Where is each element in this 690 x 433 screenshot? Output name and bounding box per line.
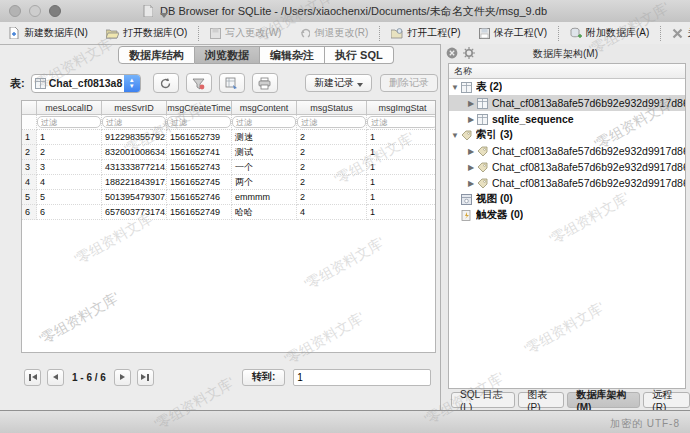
- tree-item-index[interactable]: ▶ Chat_cf0813a8afe57d6b92e932d9917d8666_…: [449, 175, 685, 191]
- tree-item-indexes-group[interactable]: ▼ 索引 (3): [449, 127, 685, 143]
- cell[interactable]: 测速: [232, 130, 297, 145]
- cell[interactable]: 3: [37, 160, 102, 175]
- cell[interactable]: 431333877214...: [102, 160, 167, 175]
- column-header[interactable]: msgCreateTime: [167, 101, 232, 115]
- filter-input[interactable]: [167, 116, 231, 128]
- cell[interactable]: 测试: [232, 145, 297, 160]
- close-database-button[interactable]: 关闭数据库(C): [663, 22, 690, 44]
- cell[interactable]: 1: [37, 130, 102, 145]
- open-project-button[interactable]: 打开工程(P): [382, 22, 469, 44]
- new-record-button[interactable]: 新建记录: [305, 74, 372, 92]
- tab-sql-log[interactable]: SQL 日志(L): [451, 392, 515, 408]
- tree-name-header[interactable]: 名称: [449, 64, 685, 79]
- open-database-recent-chevron-icon[interactable]: [160, 13, 168, 18]
- tree-item-chat-table[interactable]: ▶ Chat_cf0813a8afe57d6b92e932d9917d8666: [449, 95, 685, 111]
- filter-input[interactable]: [37, 116, 101, 128]
- table-row[interactable]: 3 3 431333877214... 1561652743 一个 2 1: [22, 160, 436, 175]
- tree-item-triggers-group[interactable]: 触发器 (0): [449, 207, 685, 223]
- column-header[interactable]: msgContent: [232, 101, 297, 115]
- collapse-arrow-icon[interactable]: ▶: [465, 115, 477, 124]
- cell[interactable]: 832001008634...: [102, 145, 167, 160]
- cell[interactable]: 1: [367, 160, 436, 175]
- cell[interactable]: 2: [297, 190, 367, 205]
- collapse-arrow-icon[interactable]: ▶: [465, 163, 477, 172]
- cell[interactable]: 两个: [232, 175, 297, 190]
- expand-arrow-icon[interactable]: ▼: [449, 131, 461, 140]
- combobox-stepper-icon[interactable]: ▲▼: [124, 74, 140, 93]
- table-row[interactable]: 1 1 912298355792... 1561652739 测速 2 1: [22, 130, 436, 145]
- tab-db-schema[interactable]: 数据库架构(M): [567, 392, 640, 408]
- new-database-button[interactable]: 新建数据库(N): [0, 22, 97, 44]
- cell[interactable]: 1561652749: [167, 205, 232, 220]
- tab-edit-pragmas[interactable]: 编辑杂注: [260, 46, 325, 64]
- cell[interactable]: 6: [37, 205, 102, 220]
- column-header[interactable]: mesLocalID: [37, 101, 102, 115]
- column-header[interactable]: msgImgStat: [367, 101, 436, 115]
- cell[interactable]: 1: [367, 190, 436, 205]
- expand-arrow-icon[interactable]: ▼: [449, 83, 461, 92]
- table-row[interactable]: 4 4 188221843917... 1561652745 两个 2 1: [22, 175, 436, 190]
- tab-database-structure[interactable]: 数据库结构: [118, 46, 195, 64]
- open-database-button[interactable]: 打开数据库(O): [97, 22, 196, 44]
- next-page-button[interactable]: [114, 369, 131, 386]
- column-header[interactable]: msgStatus: [297, 101, 367, 115]
- cell[interactable]: 1: [367, 130, 436, 145]
- last-page-button[interactable]: [137, 369, 154, 386]
- save-project-button[interactable]: 保存工程(V): [470, 22, 556, 44]
- clear-filters-button[interactable]: [186, 73, 212, 93]
- cell[interactable]: 2: [37, 145, 102, 160]
- tree-item-index[interactable]: ▶ Chat_cf0813a8afe57d6b92e932d9917d8666_…: [449, 143, 685, 159]
- cell[interactable]: 1561652745: [167, 175, 232, 190]
- tab-remote[interactable]: 远程(R): [643, 392, 690, 408]
- filter-input[interactable]: [297, 116, 366, 128]
- cell[interactable]: 1: [367, 145, 436, 160]
- cell[interactable]: 哈哈: [232, 205, 297, 220]
- table-select-combobox[interactable]: Chat_cf0813a8 ▲▼: [31, 74, 141, 93]
- table-row[interactable]: 6 6 657603773174... 1561652749 哈哈 4 1: [22, 205, 436, 220]
- cell[interactable]: 657603773174...: [102, 205, 167, 220]
- collapse-arrow-icon[interactable]: ▶: [465, 147, 477, 156]
- collapse-arrow-icon[interactable]: ▶: [465, 179, 477, 188]
- previous-page-button[interactable]: [47, 369, 64, 386]
- cell[interactable]: 1561652741: [167, 145, 232, 160]
- tree-item-sqlite-sequence[interactable]: ▶ sqlite_sequence: [449, 111, 685, 127]
- filter-input[interactable]: [232, 116, 296, 128]
- attach-database-button[interactable]: 附加数据库(A): [561, 22, 658, 44]
- table-row[interactable]: 5 5 501395479307... 1561652746 emmmm 2 1: [22, 190, 436, 205]
- tab-browse-data[interactable]: 浏览数据: [195, 46, 260, 64]
- table-row[interactable]: 2 2 832001008634... 1561652741 测试 2 1: [22, 145, 436, 160]
- collapse-arrow-icon[interactable]: ▶: [465, 99, 477, 108]
- cell[interactable]: 一个: [232, 160, 297, 175]
- cell[interactable]: 2: [297, 145, 367, 160]
- cell[interactable]: 4: [37, 175, 102, 190]
- tree-item-index[interactable]: ▶ Chat_cf0813a8afe57d6b92e932d9917d8666_…: [449, 159, 685, 175]
- cell[interactable]: 1561652743: [167, 160, 232, 175]
- tab-execute-sql[interactable]: 执行 SQL: [325, 46, 394, 64]
- print-button[interactable]: [252, 73, 278, 93]
- filter-input[interactable]: [367, 116, 436, 128]
- encoding-status[interactable]: 加密的 UTF-8: [610, 417, 680, 431]
- goto-button[interactable]: 转到:: [242, 369, 285, 386]
- cell[interactable]: 501395479307...: [102, 190, 167, 205]
- cell[interactable]: 2: [297, 160, 367, 175]
- cell[interactable]: 2: [297, 175, 367, 190]
- cell[interactable]: 912298355792...: [102, 130, 167, 145]
- save-results-button[interactable]: [219, 73, 245, 93]
- cell[interactable]: 188221843917...: [102, 175, 167, 190]
- cell[interactable]: 4: [297, 205, 367, 220]
- refresh-button[interactable]: [153, 73, 179, 93]
- cell[interactable]: 2: [297, 130, 367, 145]
- cell[interactable]: 1: [367, 175, 436, 190]
- cell[interactable]: 1: [367, 205, 436, 220]
- tree-item-views-group[interactable]: 视图 (0): [449, 191, 685, 207]
- cell[interactable]: emmmm: [232, 190, 297, 205]
- cell[interactable]: 1561652739: [167, 130, 232, 145]
- goto-record-input[interactable]: [293, 369, 431, 386]
- tree-item-tables-group[interactable]: ▼ 表 (2): [449, 79, 685, 95]
- filter-input[interactable]: [102, 116, 166, 128]
- cell[interactable]: 1561652746: [167, 190, 232, 205]
- cell[interactable]: 5: [37, 190, 102, 205]
- first-page-button[interactable]: [24, 369, 41, 386]
- column-header[interactable]: mesSvrID: [102, 101, 167, 115]
- tab-plot[interactable]: 图表(P): [518, 392, 564, 408]
